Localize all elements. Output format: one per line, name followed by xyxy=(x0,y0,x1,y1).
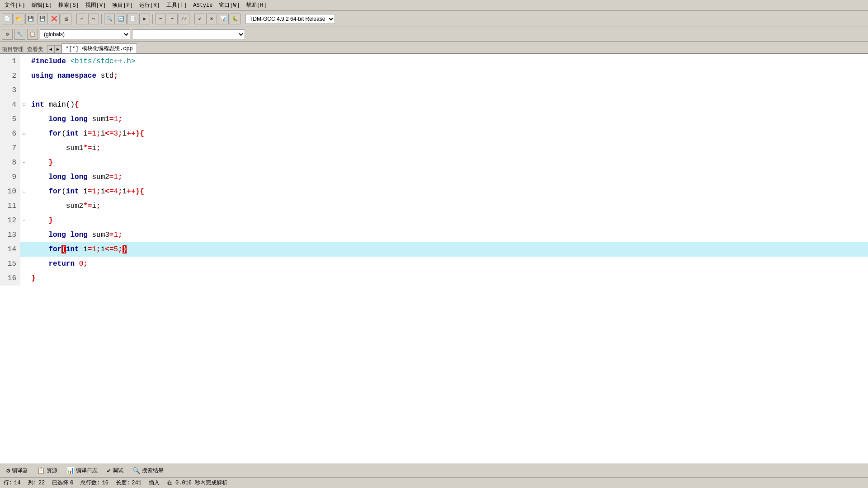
replace-btn[interactable]: 🔄 xyxy=(116,14,127,24)
tb2-btn3[interactable]: 📋 xyxy=(27,29,38,40)
symbol-dropdown[interactable] xyxy=(132,29,245,39)
code-container: 1 #include <bits/stdc++.h> 2 using names… xyxy=(0,54,868,464)
col-label: 列: xyxy=(28,479,37,487)
close-btn[interactable]: ❌ xyxy=(49,14,60,24)
line-num-7: 7 xyxy=(0,141,20,155)
line-num-2: 2 xyxy=(0,69,20,83)
debug-btn[interactable]: 🐛 xyxy=(230,14,241,24)
bottom-tab-log[interactable]: 📊 编译日志 xyxy=(64,466,100,475)
tab-label-project[interactable]: 项目管理 xyxy=(2,46,24,53)
table-row: 6 □ for(int i=1;i<=3;i++){ xyxy=(0,127,868,141)
open-btn[interactable]: 📂 xyxy=(14,14,24,24)
status-insert: 插入 xyxy=(149,479,160,487)
fold-4[interactable]: □ xyxy=(20,98,28,112)
code-line-5[interactable]: long long sum1=1; xyxy=(28,112,868,127)
line-num-1: 1 xyxy=(0,54,20,69)
line-num-13: 13 xyxy=(0,228,20,242)
code-line-15[interactable]: return 0; xyxy=(28,257,868,271)
new-btn[interactable]: 📄 xyxy=(2,14,13,24)
menu-window[interactable]: 窗口[W] xyxy=(216,0,242,10)
code-line-16[interactable]: } xyxy=(28,271,868,286)
table-row: 3 xyxy=(0,83,868,98)
menu-project[interactable]: 项目[P] xyxy=(109,0,136,10)
print-btn[interactable]: 🖨 xyxy=(61,14,71,24)
redo-btn[interactable]: ↪ xyxy=(88,14,99,24)
tab-file[interactable]: *[*] 模块化编程思想.cpp xyxy=(61,43,137,53)
save-btn[interactable]: 💾 xyxy=(25,14,36,24)
fold-1 xyxy=(20,54,28,69)
code-line-7[interactable]: sum1*=i; xyxy=(28,141,868,155)
menu-run[interactable]: 运行[R] xyxy=(137,0,163,10)
indent-btn[interactable]: ⬅ xyxy=(155,14,166,24)
code-line-1[interactable]: #include <bits/stdc++.h> xyxy=(28,54,868,69)
bottom-tab-debug[interactable]: ✔ 调试 xyxy=(104,466,126,475)
menu-search[interactable]: 搜索[S] xyxy=(56,0,82,10)
tab-file-label: *[*] 模块化编程思想.cpp xyxy=(66,45,133,52)
toolbar2: ⚙ 🔧 📋 (globals) xyxy=(0,27,868,42)
tab-next-btn[interactable]: ▶ xyxy=(54,45,61,53)
fold-6[interactable]: □ xyxy=(20,127,28,141)
line-num-14: 14 xyxy=(0,242,20,257)
col-value: 22 xyxy=(38,480,45,486)
bottom-tab-search[interactable]: 🔍 搜索结果 xyxy=(130,466,166,475)
code-editor[interactable]: 1 #include <bits/stdc++.h> 2 using names… xyxy=(0,54,868,464)
table-row: 4 □ int main(){ xyxy=(0,98,868,112)
stop-btn[interactable]: ✖ xyxy=(206,14,217,24)
log-icon: 📊 xyxy=(66,467,74,474)
fold-2 xyxy=(20,69,28,83)
length-label: 长度: xyxy=(116,479,130,487)
unindent-btn[interactable]: ➡ xyxy=(167,14,178,24)
sep3 xyxy=(152,14,153,24)
status-row: 行: 14 xyxy=(4,479,21,487)
code-line-12[interactable]: } xyxy=(28,213,868,228)
status-selected: 已选择 0 xyxy=(52,479,73,487)
bottom-tab-resources-label: 资源 xyxy=(47,467,57,474)
menu-file[interactable]: 文件[F] xyxy=(2,0,28,10)
code-line-8[interactable]: } xyxy=(28,155,868,170)
bottom-tab-compiler[interactable]: ⚙ 编译器 xyxy=(4,466,31,475)
scope-dropdown[interactable]: (globals) xyxy=(40,29,130,39)
chart-btn[interactable]: 📊 xyxy=(218,14,229,24)
tb2-btn2[interactable]: 🔧 xyxy=(14,29,25,40)
bottom-tab-log-label: 编译日志 xyxy=(76,467,98,474)
line-num-11: 11 xyxy=(0,199,20,213)
menu-help[interactable]: 帮助[H] xyxy=(243,0,269,10)
code-line-10[interactable]: for(int i=1;i<=4;i++){ xyxy=(28,184,868,199)
table-row: 13 long long sum3=1; xyxy=(0,228,868,242)
menu-edit[interactable]: 编辑[E] xyxy=(29,0,55,10)
line-num-15: 15 xyxy=(0,257,20,271)
code-line-3[interactable] xyxy=(28,83,868,98)
fold-13 xyxy=(20,228,28,242)
menu-astyle[interactable]: AStyle xyxy=(190,1,215,9)
total-label: 总行数: xyxy=(80,479,100,487)
save-all-btn[interactable]: 💾 xyxy=(37,14,48,24)
goto-btn[interactable]: ▶ xyxy=(139,14,150,24)
comment-btn[interactable]: // xyxy=(179,14,189,24)
undo-btn[interactable]: ↩ xyxy=(76,14,87,24)
line-num-4: 4 xyxy=(0,98,20,112)
row-label: 行: xyxy=(4,479,12,487)
find-btn[interactable]: 🔍 xyxy=(104,14,115,24)
line-num-6: 6 xyxy=(0,127,20,141)
tab-label-class[interactable]: 查看类 xyxy=(27,46,43,53)
bottom-tab-resources[interactable]: 📋 资源 xyxy=(34,466,60,475)
bookmark-btn[interactable]: 📑 xyxy=(127,14,138,24)
table-row: 12 - } xyxy=(0,213,868,228)
code-line-4[interactable]: int main(){ xyxy=(28,98,868,112)
code-line-6[interactable]: for(int i=1;i<=3;i++){ xyxy=(28,127,868,141)
compiler-dropdown[interactable]: TDM-GCC 4.9.2 64-bit Release xyxy=(245,14,335,24)
code-line-2[interactable]: using namespace std; xyxy=(28,69,868,83)
menu-view[interactable]: 视图[V] xyxy=(83,0,109,10)
tab-prev-btn[interactable]: ◀ xyxy=(47,45,54,53)
code-line-13[interactable]: long long sum3=1; xyxy=(28,228,868,242)
table-row: 9 long long sum2=1; xyxy=(0,170,868,184)
table-row: 1 #include <bits/stdc++.h> xyxy=(0,54,868,69)
fold-10[interactable]: □ xyxy=(20,184,28,199)
menu-tools[interactable]: 工具[T] xyxy=(164,0,190,10)
insert-label: 插入 xyxy=(149,479,160,487)
compile-btn[interactable]: ✔ xyxy=(194,14,205,24)
code-line-11[interactable]: sum2*=i; xyxy=(28,199,868,213)
code-line-14[interactable]: for(int i=1;i<=5;) xyxy=(28,242,868,257)
code-line-9[interactable]: long long sum2=1; xyxy=(28,170,868,184)
tb2-btn1[interactable]: ⚙ xyxy=(2,29,13,40)
